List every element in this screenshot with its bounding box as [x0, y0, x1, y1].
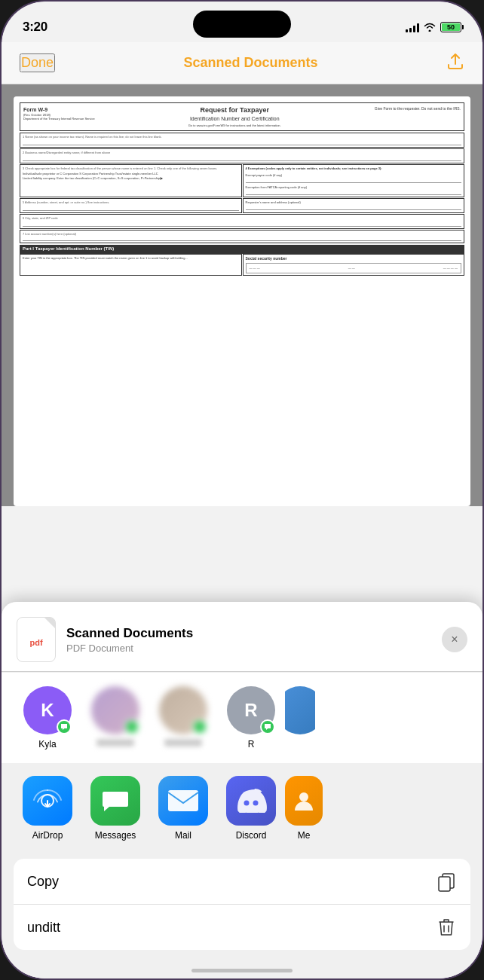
- home-indicator-area: [2, 956, 482, 978]
- copy-action-row[interactable]: Copy: [14, 859, 470, 905]
- discord-logo-icon: [235, 789, 267, 813]
- contact-avatar-kyla: K: [23, 686, 72, 734]
- mail-icon: [158, 776, 208, 826]
- contact-name-blurred-1: [96, 739, 134, 746]
- document-area: Form W-9 (Rev. October 2018) Department …: [2, 84, 482, 506]
- messages-label: Messages: [95, 830, 136, 841]
- w9-part1-content: Enter your TIN in the appropriate box. T…: [20, 254, 464, 276]
- contact-item-r[interactable]: R R: [217, 686, 285, 750]
- status-time: 3:20: [23, 20, 47, 35]
- mail-logo-icon: [167, 789, 200, 813]
- airdrop-label: AirDrop: [32, 830, 63, 841]
- nav-bar: Done Scanned Documents: [2, 42, 482, 84]
- messages-badge-r-icon: [264, 723, 271, 731]
- battery-label: 50: [447, 23, 455, 31]
- me-logo-icon: [293, 789, 315, 812]
- contact-badge-blurred-2: [192, 719, 207, 734]
- svg-point-3: [244, 801, 250, 806]
- contact-avatar-partial: [285, 686, 315, 734]
- share-sheet: pdf Scanned Documents PDF Document × K: [2, 602, 482, 978]
- app-item-discord[interactable]: Discord: [217, 776, 285, 841]
- mail-label: Mail: [175, 830, 191, 841]
- contact-badge-blurred-1: [124, 719, 139, 734]
- share-header: pdf Scanned Documents PDF Document ×: [2, 602, 482, 672]
- contact-item-blurred-2[interactable]: [149, 686, 217, 746]
- signal-bar-4: [417, 23, 419, 32]
- share-icon: [446, 53, 464, 71]
- wifi-icon: [424, 23, 436, 32]
- discord-icon: [226, 776, 276, 826]
- apps-row: AirDrop Messages: [2, 764, 482, 853]
- w9-field6: 6 City, state, and ZIP code: [20, 214, 464, 229]
- airdrop-logo-icon: [31, 784, 64, 817]
- w9-part1-header: Part I Taxpayer Identification Number (T…: [20, 245, 464, 254]
- copy-icon-svg: [437, 871, 456, 892]
- contact-name-r: R: [248, 739, 255, 750]
- signal-bar-2: [409, 28, 412, 32]
- share-doc-title: Scanned Documents: [66, 626, 431, 641]
- share-doc-type: PDF Document: [66, 643, 431, 654]
- contact-item-blurred-1[interactable]: [81, 686, 149, 746]
- w9-field7: 7 List account number(s) here (optional): [20, 230, 464, 243]
- w9-form-label: Form W-9 (Rev. October 2018) Department …: [23, 106, 95, 121]
- svg-point-4: [253, 801, 259, 806]
- status-icons: 50: [406, 22, 461, 32]
- contacts-row: K Kyla: [2, 673, 482, 763]
- copy-label: Copy: [27, 874, 59, 890]
- w9-field5-6: 5 Address (number, street, and apt. or s…: [20, 198, 464, 214]
- done-button[interactable]: Done: [20, 53, 55, 72]
- svg-point-5: [299, 792, 308, 801]
- more-icon: [285, 776, 323, 826]
- delete-label: unditt: [27, 920, 60, 936]
- w9-field1: 1 Name (as shown on your income tax retu…: [20, 133, 464, 148]
- messages-logo-icon: [100, 786, 130, 816]
- phone-screen: 3:20 50: [2, 2, 482, 978]
- phone-frame: 3:20 50: [0, 0, 484, 980]
- contact-avatar-blurred-1: [91, 686, 139, 734]
- contact-badge-kyla: [57, 719, 72, 734]
- airdrop-icon: [23, 776, 72, 826]
- battery-indicator: 50: [440, 22, 461, 32]
- action-section: Copy unditt: [14, 859, 470, 950]
- share-button[interactable]: [446, 53, 464, 74]
- nav-title: Scanned Documents: [183, 55, 317, 71]
- contact-name-blurred-2: [164, 739, 202, 746]
- messages-badge-icon: [60, 723, 68, 731]
- app-item-airdrop[interactable]: AirDrop: [14, 776, 81, 841]
- w9-document: Form W-9 (Rev. October 2018) Department …: [14, 96, 470, 506]
- share-close-button[interactable]: ×: [442, 627, 467, 652]
- contact-item-partial[interactable]: [285, 686, 315, 734]
- discord-label: Discord: [236, 830, 267, 841]
- home-indicator: [191, 969, 293, 972]
- contact-avatar-r: R: [227, 686, 275, 734]
- signal-bar-1: [406, 29, 408, 32]
- dynamic-island: [193, 11, 291, 38]
- contact-avatar-blurred-2: [159, 686, 207, 734]
- app-item-me[interactable]: Me: [285, 776, 323, 841]
- contact-badge-r: [260, 719, 275, 734]
- delete-action-row[interactable]: unditt: [14, 905, 470, 950]
- pdf-icon-fold: [44, 618, 55, 628]
- contact-name-kyla: Kyla: [38, 739, 56, 750]
- delete-icon: [436, 917, 457, 938]
- w9-title-section: Request for Taxpayer Identification Numb…: [188, 106, 281, 127]
- me-label: Me: [298, 830, 311, 841]
- w9-field2: 2 Business name/Disregarded entity name,…: [20, 148, 464, 163]
- messages-icon: [90, 776, 140, 826]
- signal-bar-3: [413, 26, 415, 32]
- svg-rect-7: [439, 877, 450, 891]
- battery-icon: 50: [440, 22, 461, 32]
- w9-field3-area: 3 Check appropriate box for federal tax …: [20, 164, 464, 198]
- pdf-icon: pdf: [17, 617, 56, 662]
- app-item-messages[interactable]: Messages: [81, 776, 149, 841]
- contact-item-kyla[interactable]: K Kyla: [14, 686, 81, 750]
- signal-bars-icon: [406, 22, 419, 32]
- w9-header: Form W-9 (Rev. October 2018) Department …: [20, 102, 464, 131]
- app-item-mail[interactable]: Mail: [149, 776, 217, 841]
- delete-icon-svg: [437, 917, 456, 938]
- copy-icon: [436, 871, 457, 892]
- share-doc-info: Scanned Documents PDF Document: [66, 626, 431, 654]
- svg-rect-2: [168, 790, 198, 811]
